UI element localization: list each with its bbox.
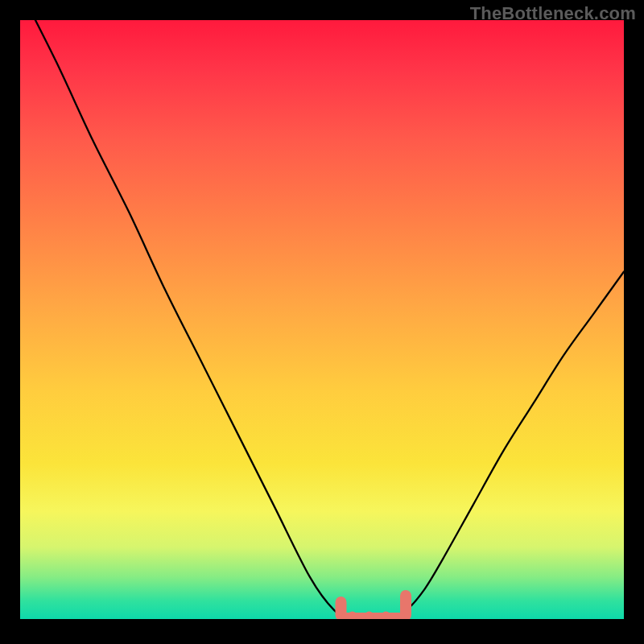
svg-point-7 <box>382 612 390 620</box>
valley-marker <box>336 590 412 619</box>
curve-layer <box>20 20 624 619</box>
svg-point-3 <box>348 612 357 620</box>
plot-area <box>20 20 624 619</box>
watermark-text: TheBottleneck.com <box>470 3 636 24</box>
svg-point-5 <box>365 612 374 620</box>
chart-frame: TheBottleneck.com <box>0 0 644 644</box>
bottleneck-curve <box>20 20 624 619</box>
